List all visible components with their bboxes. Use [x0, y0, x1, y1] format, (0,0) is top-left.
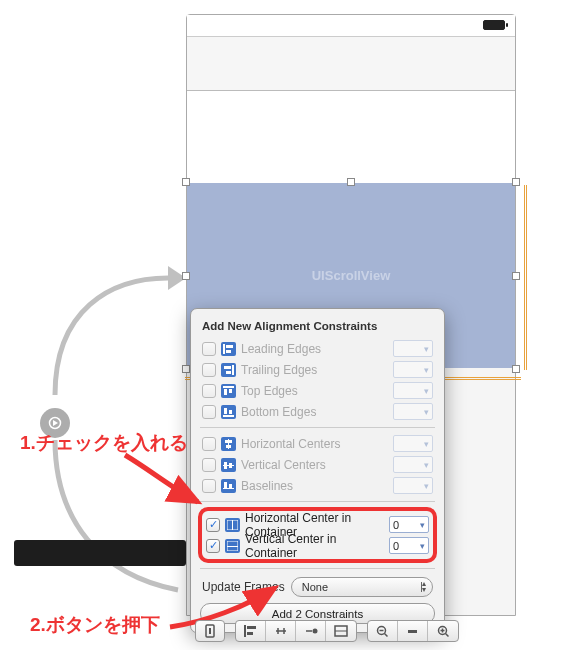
zoom-buttons-group	[367, 620, 459, 642]
status-bar	[187, 15, 515, 37]
horizontal-centers-icon	[221, 437, 236, 451]
resize-handle[interactable]	[182, 365, 190, 373]
svg-rect-28	[244, 625, 246, 637]
battery-icon	[483, 20, 505, 30]
svg-rect-7	[223, 386, 234, 388]
svg-rect-25	[227, 546, 238, 547]
update-frames-select[interactable]: None ▴▾	[291, 577, 433, 597]
constraint-row-baselines: Baselines ▾	[200, 475, 435, 496]
svg-rect-3	[226, 350, 231, 353]
constraint-row-leading: Leading Edges ▾	[200, 338, 435, 359]
zoom-fit-button[interactable]	[398, 621, 428, 641]
svg-rect-17	[224, 462, 227, 469]
svg-rect-8	[224, 389, 227, 395]
constraint-row-vcenter-container: ✓ Vertical Center in Container 0▾	[204, 535, 431, 556]
resize-handle[interactable]	[182, 178, 190, 186]
pin-button[interactable]	[266, 621, 296, 641]
svg-rect-30	[247, 632, 253, 635]
element-class-label: UIScrollView	[312, 268, 391, 283]
vertical-centers-icon	[221, 458, 236, 472]
svg-rect-5	[224, 366, 231, 369]
zoom-in-button[interactable]	[428, 621, 458, 641]
constraint-row-top: Top Edges ▾	[200, 380, 435, 401]
checkbox	[202, 458, 216, 472]
constant-field[interactable]: 0▾	[389, 537, 429, 554]
svg-rect-12	[229, 410, 232, 414]
svg-rect-11	[224, 408, 227, 414]
canvas-toolbar	[195, 618, 552, 644]
constraint-row-trailing: Trailing Edges ▾	[200, 359, 435, 380]
resize-handle[interactable]	[512, 365, 520, 373]
constant-field: ▾	[393, 477, 433, 494]
constant-field: ▾	[393, 435, 433, 452]
checkbox	[202, 384, 216, 398]
svg-rect-2	[226, 345, 233, 348]
annotation-step2: 2.ボタンを押下	[30, 612, 160, 638]
constraint-label: Leading Edges	[241, 342, 388, 356]
view-background	[187, 91, 515, 183]
resize-handle[interactable]	[182, 272, 190, 280]
constraint-row-bottom: Bottom Edges ▾	[200, 401, 435, 422]
svg-rect-6	[226, 371, 231, 374]
checkbox	[202, 437, 216, 451]
svg-rect-10	[223, 415, 234, 417]
resize-handle[interactable]	[512, 272, 520, 280]
svg-rect-34	[408, 630, 417, 633]
constant-field[interactable]: 0▾	[389, 516, 429, 533]
resizing-button[interactable]	[326, 621, 356, 641]
constant-field: ▾	[393, 361, 433, 378]
constraint-label: Horizontal Centers	[241, 437, 388, 451]
resize-handle[interactable]	[512, 178, 520, 186]
zoom-out-button[interactable]	[368, 621, 398, 641]
alignment-constraints-popover: Add New Alignment Constraints Leading Ed…	[190, 308, 445, 633]
constraint-row-hcenter: Horizontal Centers ▾	[200, 433, 435, 454]
hcenter-container-icon	[225, 518, 240, 532]
svg-rect-14	[225, 440, 232, 443]
constraint-label: Bottom Edges	[241, 405, 388, 419]
svg-rect-15	[226, 445, 231, 448]
trailing-edges-icon	[221, 363, 236, 377]
checkbox	[202, 363, 216, 377]
constraint-label: Baselines	[241, 479, 388, 493]
document-outline-button[interactable]	[195, 620, 225, 642]
svg-rect-27	[209, 628, 211, 634]
constraint-guide-vertical	[524, 185, 527, 370]
svg-rect-20	[224, 482, 227, 488]
svg-rect-23	[232, 520, 233, 530]
constraint-label: Vertical Center in Container	[245, 532, 384, 560]
annotation-highlight: ✓ Horizontal Center in Container 0▾ ✓ Ve…	[198, 507, 437, 563]
resize-handle[interactable]	[347, 178, 355, 186]
constant-field: ▾	[393, 403, 433, 420]
adjacent-scene-strip	[14, 540, 186, 566]
bottom-edges-icon	[221, 405, 236, 419]
svg-rect-19	[223, 488, 234, 489]
svg-rect-21	[229, 484, 232, 488]
checkbox	[202, 405, 216, 419]
constraint-label: Top Edges	[241, 384, 388, 398]
navigation-bar	[187, 37, 515, 91]
svg-rect-18	[229, 463, 232, 468]
update-frames-label: Update Frames	[202, 580, 285, 594]
constant-field: ▾	[393, 456, 433, 473]
checkbox[interactable]: ✓	[206, 539, 220, 553]
constraint-row-vcenter: Vertical Centers ▾	[200, 454, 435, 475]
constant-field: ▾	[393, 382, 433, 399]
constraint-label: Vertical Centers	[241, 458, 388, 472]
checkbox	[202, 479, 216, 493]
top-edges-icon	[221, 384, 236, 398]
checkbox[interactable]: ✓	[206, 518, 220, 532]
resolve-button[interactable]	[296, 621, 326, 641]
checkbox	[202, 342, 216, 356]
vcenter-container-icon	[225, 539, 240, 553]
annotation-step1: 1.チェックを入れる	[20, 430, 188, 456]
constraint-buttons-group	[235, 620, 357, 642]
svg-rect-9	[229, 389, 232, 393]
constant-field: ▾	[393, 340, 433, 357]
svg-point-31	[312, 629, 317, 634]
align-button[interactable]	[236, 621, 266, 641]
leading-edges-icon	[221, 342, 236, 356]
svg-rect-29	[247, 626, 256, 629]
popover-title: Add New Alignment Constraints	[202, 320, 435, 332]
svg-rect-4	[232, 365, 234, 375]
svg-rect-1	[223, 344, 225, 354]
